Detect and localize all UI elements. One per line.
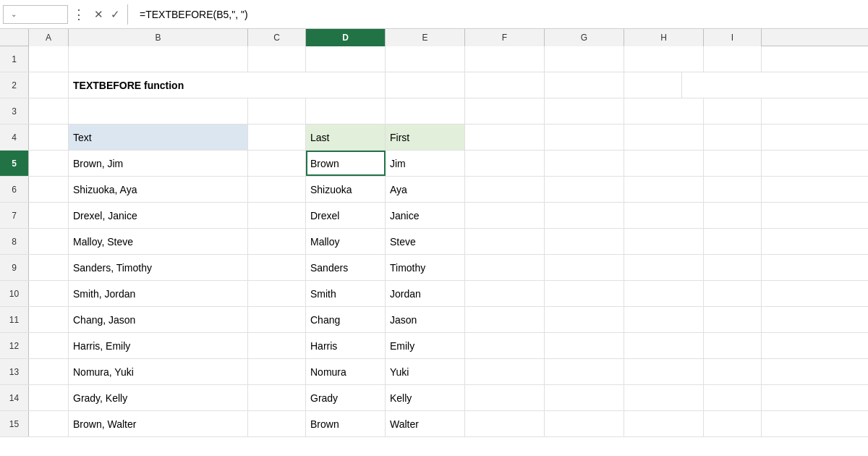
row-number[interactable]: 10 — [0, 281, 29, 306]
cell-i-10[interactable] — [704, 281, 762, 306]
cell-e-10[interactable]: Jordan — [386, 281, 465, 306]
cell-b-2[interactable]: TEXTBEFORE function — [69, 72, 386, 98]
cell-h-6[interactable] — [624, 177, 704, 202]
col-header-c[interactable]: C — [248, 29, 306, 46]
cell-f-15[interactable] — [465, 411, 545, 436]
cell-a-9[interactable] — [29, 255, 69, 280]
cell-g-2[interactable] — [465, 72, 545, 98]
cell-i-7[interactable] — [704, 203, 762, 228]
cell-c-14[interactable] — [248, 385, 306, 410]
cell-f-10[interactable] — [465, 281, 545, 306]
cell-a-11[interactable] — [29, 307, 69, 332]
cell-g-7[interactable] — [545, 203, 624, 228]
cell-b-14[interactable]: Grady, Kelly — [69, 385, 248, 410]
cell-c-12[interactable] — [248, 333, 306, 358]
cell-b-3[interactable] — [69, 98, 248, 124]
cell-g-11[interactable] — [545, 307, 624, 332]
row-number[interactable]: 8 — [0, 229, 29, 254]
cell-g-1[interactable] — [545, 46, 624, 72]
cell-e-9[interactable]: Timothy — [386, 255, 465, 280]
cell-i-13[interactable] — [704, 359, 762, 384]
cell-i-12[interactable] — [704, 333, 762, 358]
cell-i-9[interactable] — [704, 255, 762, 280]
cell-g-8[interactable] — [545, 229, 624, 254]
cell-d-5[interactable]: Brown — [306, 151, 386, 176]
cell-d-15[interactable]: Brown — [306, 411, 386, 436]
cell-f-6[interactable] — [465, 177, 545, 202]
cell-c-6[interactable] — [248, 177, 306, 202]
cell-d-14[interactable]: Grady — [306, 385, 386, 410]
col-header-f[interactable]: F — [465, 29, 545, 46]
cell-h-7[interactable] — [624, 203, 704, 228]
cell-h-14[interactable] — [624, 385, 704, 410]
col-header-e[interactable]: E — [386, 29, 465, 46]
cell-c-10[interactable] — [248, 281, 306, 306]
cell-b-1[interactable] — [69, 46, 248, 72]
col-header-b[interactable]: B — [69, 29, 248, 46]
row-number[interactable]: 2 — [0, 72, 29, 98]
cell-e-4[interactable]: First — [386, 124, 465, 150]
col-header-h[interactable]: H — [624, 29, 704, 46]
cell-g-5[interactable] — [545, 151, 624, 176]
row-number[interactable]: 14 — [0, 385, 29, 410]
col-header-a[interactable]: A — [29, 29, 69, 46]
row-number[interactable]: 1 — [0, 46, 29, 72]
cell-a-15[interactable] — [29, 411, 69, 436]
cell-a-10[interactable] — [29, 281, 69, 306]
cell-a-13[interactable] — [29, 359, 69, 384]
cell-a-3[interactable] — [29, 98, 69, 124]
cell-h-8[interactable] — [624, 229, 704, 254]
cell-f-3[interactable] — [465, 98, 545, 124]
cell-e-3[interactable] — [386, 98, 465, 124]
row-number[interactable]: 13 — [0, 359, 29, 384]
col-header-i[interactable]: I — [704, 29, 762, 46]
row-number[interactable]: 4 — [0, 124, 29, 150]
cell-d-3[interactable] — [306, 98, 386, 124]
cell-b-5[interactable]: Brown, Jim — [69, 151, 248, 176]
cell-h-12[interactable] — [624, 333, 704, 358]
cell-g-3[interactable] — [545, 98, 624, 124]
row-number[interactable]: 5 — [0, 151, 29, 176]
cell-d-4[interactable]: Last — [306, 124, 386, 150]
cell-f-5[interactable] — [465, 151, 545, 176]
cell-e-8[interactable]: Steve — [386, 229, 465, 254]
cell-f-11[interactable] — [465, 307, 545, 332]
cell-b-8[interactable]: Malloy, Steve — [69, 229, 248, 254]
cell-a-2[interactable] — [29, 72, 69, 98]
cell-b-7[interactable]: Drexel, Janice — [69, 203, 248, 228]
cell-a-4[interactable] — [29, 124, 69, 150]
cell-g-14[interactable] — [545, 385, 624, 410]
cell-h-10[interactable] — [624, 281, 704, 306]
cell-b-6[interactable]: Shizuoka, Aya — [69, 177, 248, 202]
cell-e-14[interactable]: Kelly — [386, 385, 465, 410]
cell-e-7[interactable]: Janice — [386, 203, 465, 228]
cell-d-7[interactable]: Drexel — [306, 203, 386, 228]
formula-input[interactable] — [137, 9, 865, 20]
cell-d-12[interactable]: Harris — [306, 333, 386, 358]
cell-e-15[interactable]: Walter — [386, 411, 465, 436]
confirm-icon[interactable]: ✓ — [109, 8, 122, 21]
cell-c-8[interactable] — [248, 229, 306, 254]
cell-h-13[interactable] — [624, 359, 704, 384]
cell-a-6[interactable] — [29, 177, 69, 202]
cell-g-12[interactable] — [545, 333, 624, 358]
cell-c-7[interactable] — [248, 203, 306, 228]
cell-e-11[interactable]: Jason — [386, 307, 465, 332]
cell-a-8[interactable] — [29, 229, 69, 254]
cell-b-4[interactable]: Text — [69, 124, 248, 150]
cell-f-12[interactable] — [465, 333, 545, 358]
row-number[interactable]: 12 — [0, 333, 29, 358]
cell-b-9[interactable]: Sanders, Timothy — [69, 255, 248, 280]
cell-reference-box[interactable]: ⌄ — [3, 5, 68, 24]
col-header-g[interactable]: G — [545, 29, 624, 46]
cell-h-15[interactable] — [624, 411, 704, 436]
cell-d-11[interactable]: Chang — [306, 307, 386, 332]
cell-e-1[interactable] — [386, 46, 465, 72]
cell-i-1[interactable] — [704, 46, 762, 72]
cell-d-9[interactable]: Sanders — [306, 255, 386, 280]
cell-c-5[interactable] — [248, 151, 306, 176]
cell-f-14[interactable] — [465, 385, 545, 410]
formula-bar-options-icon[interactable]: ⋮ — [71, 7, 87, 22]
cell-i-3[interactable] — [704, 98, 762, 124]
row-number[interactable]: 7 — [0, 203, 29, 228]
